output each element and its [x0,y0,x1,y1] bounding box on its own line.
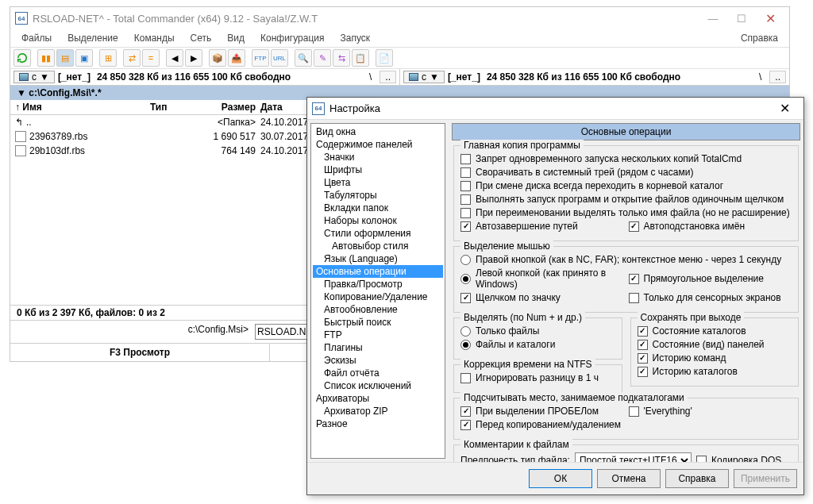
pack-icon[interactable]: 📦 [209,49,226,67]
rb-files-only[interactable] [460,326,471,337]
cb-save-cmd-history[interactable] [638,353,648,364]
tree-item[interactable]: Вкладки папок [313,202,443,214]
col-type[interactable]: Тип [150,102,202,113]
f3-button[interactable]: F3 Просмотр [10,344,270,361]
settings-titlebar: 64 Настройка ✕ [307,98,803,120]
menu-start[interactable]: Запуск [334,31,377,45]
cb-rect-select[interactable] [629,274,639,284]
col-name[interactable]: ↑ Имя [15,102,150,113]
cb-single-instance[interactable] [460,154,471,164]
view-brief-icon[interactable]: ▮▮ [37,49,55,67]
comment-type-select[interactable]: Простой текст+UTF16 [575,452,692,462]
cancel-button[interactable]: Отмена [597,469,661,488]
sync-icon[interactable]: ⇆ [333,49,350,67]
group-save-on-exit: Сохранять при выходе Состояние каталогов… [630,317,800,387]
cb-autosuggest[interactable] [629,221,639,232]
tree-item[interactable]: Шрифты [313,164,443,176]
drive-button-right[interactable]: c ▼ [403,71,445,83]
drive-icon [409,73,418,81]
tree-item[interactable]: Архиваторы [313,392,443,405]
tree-item[interactable]: FTP [313,329,443,341]
file-icon [15,131,26,142]
menu-view[interactable]: Вид [221,31,251,45]
ftp-icon[interactable]: FTP [252,49,269,67]
menu-selection[interactable]: Выделение [61,31,125,45]
group-ntfs-time: Коррекция времени на NTFS Игнорировать р… [453,364,622,393]
cb-touch-only[interactable] [629,293,639,303]
cb-single-click[interactable] [460,194,471,205]
cb-autocomplete[interactable] [460,221,471,232]
root-button-r[interactable]: \ [754,71,766,83]
copy-icon[interactable]: 📋 [352,49,369,67]
tree-item[interactable]: Файл отчёта [313,367,443,379]
search-icon[interactable]: 🔍 [295,49,312,67]
menu-config[interactable]: Конфигурация [254,31,331,45]
col-size[interactable]: Размер [202,102,256,113]
maximize-button[interactable]: ☐ [727,10,756,27]
cb-space-on-space[interactable] [460,406,471,417]
updir-button-r[interactable]: .. [769,71,786,83]
tree-item[interactable]: Разное [313,417,443,430]
help-button[interactable]: Справка [665,469,729,488]
window-title: RSLOAD-NET^ - Total Commander (x64) 9.12… [33,13,699,25]
cb-icon-click[interactable] [460,293,471,303]
rb-files-and-dirs[interactable] [460,340,471,350]
tree-item[interactable]: Автовыбор стиля [313,240,443,252]
tree-item[interactable]: Значки [313,151,443,164]
cb-rename-name-only[interactable] [460,208,471,218]
refresh-icon[interactable] [13,49,31,67]
cb-everything[interactable] [629,406,639,417]
rb-right-click[interactable] [460,255,471,265]
tree-item[interactable]: Архиватор ZIP [313,405,443,417]
close-button[interactable]: ✕ [756,10,784,27]
tree-item[interactable]: Содержимое панелей [313,138,443,151]
tree-item[interactable]: Табуляторы [313,189,443,202]
menu-files[interactable]: Файлы [15,31,58,45]
unpack-icon[interactable]: 📤 [228,49,245,67]
menubar: Файлы Выделение Команды Сеть Вид Конфигу… [10,29,789,47]
multirename-icon[interactable]: ✎ [314,49,331,67]
view-full-icon[interactable]: ▤ [56,49,74,67]
cb-save-panels[interactable] [638,340,648,350]
drive-button-left[interactable]: c ▼ [13,71,55,83]
cb-save-dirs[interactable] [638,326,648,337]
back-icon[interactable]: ◀ [166,49,183,67]
apply-button[interactable]: Применить [734,469,797,488]
cb-save-dir-history[interactable] [638,367,648,377]
view-thumb-icon[interactable]: ▣ [75,49,93,67]
tree-item[interactable]: Эскизы [313,354,443,367]
ok-button[interactable]: ОК [529,469,592,488]
cb-ignore-1h[interactable] [460,373,471,383]
root-button[interactable]: \ [364,71,376,83]
rb-left-click[interactable] [460,274,471,284]
forward-icon[interactable]: ▶ [185,49,202,67]
swap-icon[interactable]: ⇄ [123,49,141,67]
tree-item[interactable]: Основные операции [313,265,443,278]
menu-help[interactable]: Справка [734,31,784,45]
tree-item[interactable]: Быстрый поиск [313,316,443,329]
menu-commands[interactable]: Команды [128,31,181,45]
cb-root-on-drive[interactable] [460,181,471,191]
tree-item[interactable]: Цвета [313,176,443,189]
cb-tray[interactable] [460,167,471,178]
dialog-close-button[interactable]: ✕ [770,100,799,117]
url-icon[interactable]: URL [271,49,288,67]
tree-item[interactable]: Правка/Просмотр [313,278,443,290]
updir-button[interactable]: .. [380,71,396,83]
tree-item[interactable]: Наборы колонок [313,214,443,227]
tree-item[interactable]: Язык (Language) [313,252,443,265]
tree-item[interactable]: Вид окна [313,125,443,138]
settings-tree[interactable]: Вид окнаСодержимое панелейЗначкиШрифтыЦв… [310,123,445,459]
tree-item[interactable]: Копирование/Удаление [313,290,443,303]
cb-space-before-copy[interactable] [460,420,471,430]
menu-net[interactable]: Сеть [184,31,218,45]
tree-item[interactable]: Плагины [313,341,443,354]
tree-icon[interactable]: ⊞ [99,49,117,67]
cb-dos-encoding[interactable] [696,456,707,463]
tree-item[interactable]: Список исключений [313,379,443,392]
notepad-icon[interactable]: 📄 [376,49,393,67]
tree-item[interactable]: Стили оформления [313,227,443,240]
minimize-button[interactable]: — [699,10,727,27]
equal-icon[interactable]: = [142,49,160,67]
tree-item[interactable]: Автообновление [313,303,443,316]
